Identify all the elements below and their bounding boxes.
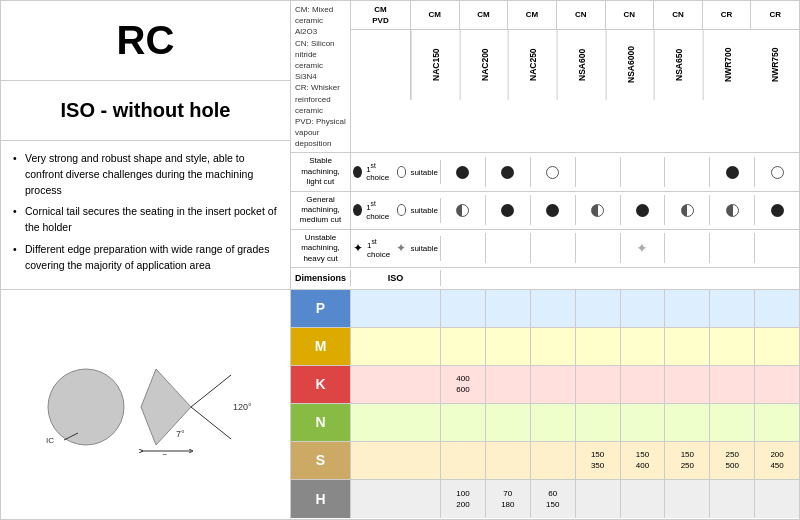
grade-name-1: NAC200 — [460, 30, 509, 100]
half-icon — [456, 204, 469, 217]
mach-choice-stable: 1st choice suitable — [351, 160, 441, 185]
mat-cell-S-3: 150 350 — [576, 442, 621, 479]
mach-row-general: General machining,medium cut 1st choice … — [291, 192, 799, 230]
suitable-outline-icon — [397, 204, 407, 216]
half-icon — [591, 204, 604, 217]
mat-cell-S-4: 150 400 — [621, 442, 666, 479]
mat-iso-S — [351, 442, 441, 479]
rc-title: RC — [1, 1, 290, 81]
choice-star-icon: ✦ — [353, 241, 363, 255]
grade-group-1: CM — [460, 1, 509, 29]
filled-icon — [636, 204, 649, 217]
mach-cells-stable — [441, 157, 799, 187]
mat-cell-P-7 — [755, 290, 799, 327]
mach-choice-general: 1st choice suitable — [351, 198, 441, 223]
mach-row-unstable: Unstable machining,heavy cut ✦ 1st choic… — [291, 230, 799, 267]
mat-cell-S-5: 150 250 — [665, 442, 710, 479]
insert-diagram: 120° 7° S IC — [36, 355, 256, 455]
filled-icon — [501, 204, 514, 217]
grade-group-5: CN — [654, 1, 703, 29]
mat-cell-S-1 — [486, 442, 531, 479]
mat-cell-P-4 — [621, 290, 666, 327]
outline-icon — [546, 166, 559, 179]
filled-icon — [456, 166, 469, 179]
mat-cell-M-4 — [621, 328, 666, 365]
machining-table: Stable machining,light cut 1st choice su… — [291, 153, 799, 268]
mat-iso-M — [351, 328, 441, 365]
mat-cell-M-3 — [576, 328, 621, 365]
choice-label: 1st choice — [366, 162, 393, 183]
mat-cell-K-7 — [755, 366, 799, 403]
mat-label-N: N — [291, 404, 351, 441]
grade-name-2: NAC250 — [508, 30, 557, 100]
suitable-outline-icon — [397, 166, 407, 178]
mat-cell-M-6 — [710, 328, 755, 365]
mat-cell-K-4 — [621, 366, 666, 403]
mat-cell-S-2 — [531, 442, 576, 479]
feature-2: Cornical tail secures the seating in the… — [13, 204, 278, 236]
star-icon: ✦ — [636, 240, 648, 256]
mat-cell-N-3 — [576, 404, 621, 441]
mat-cell-M-5 — [665, 328, 710, 365]
iso-cell: ISO — [351, 270, 441, 286]
mach-cell-u-6 — [710, 233, 755, 263]
mach-label-stable: Stable machining,light cut — [291, 153, 351, 190]
grade-name-row: NAC150 NAC200 NAC250 NSA600 NSA6000 NSA6… — [351, 30, 799, 100]
suitable-label: suitable — [410, 168, 438, 177]
grade-name-0: NAC150 — [411, 30, 460, 100]
mat-cell-N-5 — [665, 404, 710, 441]
mat-cell-N-0 — [441, 404, 486, 441]
mach-cell-u-0 — [441, 233, 486, 263]
half-icon — [726, 204, 739, 217]
svg-text:120°: 120° — [233, 402, 252, 412]
mat-cell-P-0 — [441, 290, 486, 327]
grade-name-3: NSA600 — [557, 30, 606, 100]
mat-cell-K-5 — [665, 366, 710, 403]
grade-group-4: CN — [606, 1, 655, 29]
mat-cell-P-3 — [576, 290, 621, 327]
mach-cell-s-2 — [531, 157, 576, 187]
mat-iso-P — [351, 290, 441, 327]
mat-cell-K-1 — [486, 366, 531, 403]
filled-icon — [501, 166, 514, 179]
mat-label-H: H — [291, 480, 351, 518]
cm-pvd-row: CMPVD CM CM CM CN CN CN CR CR — [351, 1, 799, 30]
svg-text:IC: IC — [46, 436, 54, 445]
choice-filled-icon — [353, 204, 362, 216]
mat-label-P: P — [291, 290, 351, 327]
iso-label: ISO - without hole — [61, 99, 231, 122]
mat-cell-M-1 — [486, 328, 531, 365]
outline-icon — [771, 166, 784, 179]
mach-label-unstable: Unstable machining,heavy cut — [291, 230, 351, 267]
mat-row-K: K 400600 — [291, 366, 799, 404]
mat-cell-K-3 — [576, 366, 621, 403]
grade-group-3: CN — [557, 1, 606, 29]
filled-icon — [771, 204, 784, 217]
mat-row-H: H 100 200 70 180 60 150 — [291, 480, 799, 518]
suitable-label: suitable — [410, 206, 438, 215]
mat-cell-H-6 — [710, 480, 755, 518]
mat-cell-H-7 — [755, 480, 799, 518]
grade-group-2: CM — [508, 1, 557, 29]
mat-data-cells-N — [441, 404, 799, 441]
mat-cell-N-6 — [710, 404, 755, 441]
mat-cell-H-4 — [621, 480, 666, 518]
mat-cell-H-5 — [665, 480, 710, 518]
mat-data-cells-S: 150 350 150 400 150 250 250 500 200 450 — [441, 442, 799, 479]
mat-cell-H-3 — [576, 480, 621, 518]
mach-cell-s-1 — [486, 157, 531, 187]
mach-cell-g-6 — [710, 195, 755, 225]
mat-cell-H-2: 60 150 — [531, 480, 576, 518]
mat-label-M: M — [291, 328, 351, 365]
grade-name-5: NSA650 — [654, 30, 703, 100]
grade-names: NAC150 NAC200 NAC250 NSA600 NSA6000 NSA6… — [411, 30, 799, 100]
dimensions-label: Dimensions — [291, 270, 351, 286]
mat-row-S: S 150 350 150 400 150 250 250 500 200 45… — [291, 442, 799, 480]
mat-row-M: M — [291, 328, 799, 366]
half-icon — [681, 204, 694, 217]
choice-filled-icon — [353, 166, 362, 178]
grade-headers: CMPVD CM CM CM CN CN CN CR CR — [351, 1, 799, 152]
mat-cell-N-7 — [755, 404, 799, 441]
iso-title: ISO - without hole — [1, 81, 290, 141]
svg-line-2 — [191, 375, 231, 407]
